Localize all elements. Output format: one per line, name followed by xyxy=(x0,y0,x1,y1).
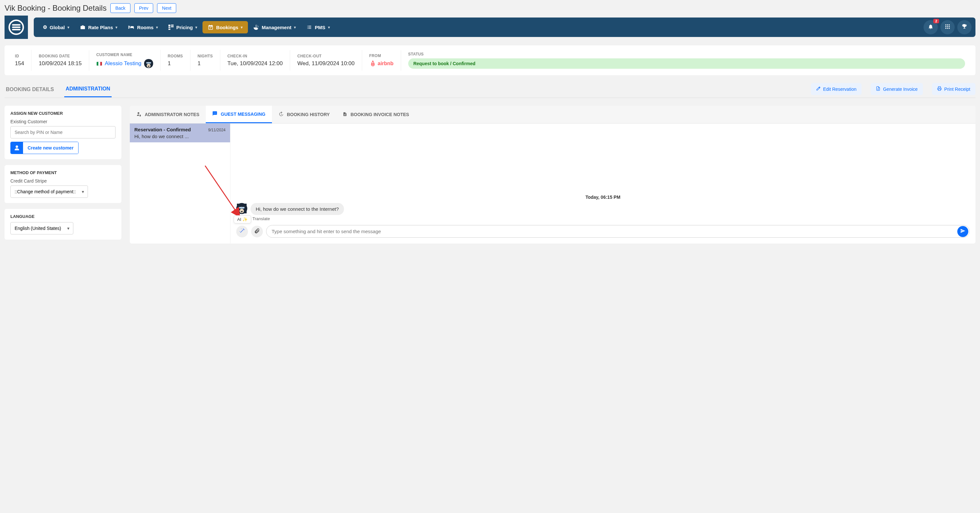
summary-label: ROOMS xyxy=(168,54,183,58)
thread-list: Reservation - Confirmed 9/11/2024 Hi, ho… xyxy=(130,124,231,243)
nav-label: Bookings xyxy=(216,25,238,30)
existing-customer-label: Existing Customer xyxy=(10,119,116,124)
nav-label: Pricing xyxy=(176,25,193,30)
summary-label: STATUS xyxy=(408,52,965,56)
summary-from: FROM airbnb xyxy=(362,50,401,71)
page-title: Vik Booking - Booking Details xyxy=(5,3,107,13)
generate-invoice-button[interactable]: Generate Invoice xyxy=(871,83,923,95)
payment-method-panel: METHOD OF PAYMENT Credit Card Stripe ::C… xyxy=(5,165,121,203)
send-button[interactable] xyxy=(957,226,968,237)
tab-booking-details[interactable]: BOOKING DETAILS xyxy=(5,84,55,97)
edit-reservation-button[interactable]: Edit Reservation xyxy=(811,83,862,95)
bell-icon xyxy=(928,24,934,31)
panel-title: ASSIGN NEW CUSTOMER xyxy=(10,111,116,116)
nav-pricing[interactable]: Pricing ▾ xyxy=(163,21,202,33)
printer-icon xyxy=(937,86,942,92)
message-input[interactable] xyxy=(266,225,970,238)
svg-point-16 xyxy=(147,64,151,68)
chevron-down-icon: ▾ xyxy=(156,25,158,30)
tab-booking-history[interactable]: BOOKING HISTORY xyxy=(272,106,336,123)
translate-link[interactable]: Translate xyxy=(253,216,970,221)
summary-label: CHECK-OUT xyxy=(297,54,354,58)
chat-message-row: Hi, how do we connect to the Internet? xyxy=(236,203,970,215)
button-label: Print Receipt xyxy=(944,87,970,92)
summary-checkin: CHECK-IN Tue, 10/09/2024 12:00 xyxy=(220,50,290,71)
tab-guest-messaging[interactable]: GUEST MESSAGING xyxy=(206,106,272,123)
messaging-body: Reservation - Confirmed 9/11/2024 Hi, ho… xyxy=(130,124,975,243)
nav-label: Global xyxy=(50,25,65,30)
summary-value: 154 xyxy=(15,60,24,67)
payment-method-select[interactable]: ::Change method of payment:: xyxy=(10,186,88,198)
gears-icon: ⚙ xyxy=(43,24,47,30)
button-label: Create new customer xyxy=(23,142,78,154)
apps-grid-button[interactable] xyxy=(940,20,955,34)
summary-label: BOOKING DATE xyxy=(39,54,81,58)
panel-title: LANGUAGE xyxy=(10,214,116,219)
notifications-button[interactable]: 2 xyxy=(924,20,938,34)
chat-area: Today, 06:15 PM Hi, how do we connect to… xyxy=(231,124,975,243)
grid-icon xyxy=(169,25,173,30)
summary-value: Wed, 11/09/2024 10:00 xyxy=(297,60,354,67)
summary-label: FROM xyxy=(369,54,394,58)
next-button[interactable]: Next xyxy=(157,3,176,13)
tab-admin-notes[interactable]: ADMINISTRATOR NOTES xyxy=(130,106,206,123)
svg-point-25 xyxy=(242,206,242,207)
svg-rect-3 xyxy=(171,26,173,27)
svg-point-20 xyxy=(372,64,374,65)
main-nav-row: ⚙ Global ▾ Rate Plans ▾ Rooms ▾ Pricing … xyxy=(0,16,980,39)
guest-avatar-icon xyxy=(236,203,247,214)
print-receipt-button[interactable]: Print Receipt xyxy=(932,83,975,95)
back-button[interactable]: Back xyxy=(110,3,130,13)
summary-booking-date: BOOKING DATE 10/09/2024 18:15 xyxy=(32,50,89,71)
svg-rect-13 xyxy=(947,27,948,29)
nav-label: PMS xyxy=(315,25,326,30)
nav-management[interactable]: Management ▾ xyxy=(248,21,301,33)
summary-value: 1 xyxy=(197,60,213,67)
svg-rect-6 xyxy=(945,24,946,25)
file-lines-icon xyxy=(343,111,347,118)
svg-point-24 xyxy=(240,207,241,208)
prev-button[interactable]: Prev xyxy=(134,3,153,13)
tab-label: BOOKING INVOICE NOTES xyxy=(350,112,409,117)
nav-global[interactable]: ⚙ Global ▾ xyxy=(38,21,75,33)
thread-item[interactable]: Reservation - Confirmed 9/11/2024 Hi, ho… xyxy=(130,124,230,142)
tab-label: GUEST MESSAGING xyxy=(221,111,266,117)
tab-invoice-notes[interactable]: BOOKING INVOICE NOTES xyxy=(336,106,415,123)
chevron-down-icon: ▾ xyxy=(116,25,118,30)
summary-label: NIGHTS xyxy=(197,54,213,58)
pencil-icon xyxy=(816,86,821,92)
side-column: ASSIGN NEW CUSTOMER Existing Customer Cr… xyxy=(5,106,121,240)
trophy-button[interactable] xyxy=(957,20,972,34)
svg-rect-14 xyxy=(949,27,950,29)
svg-rect-9 xyxy=(945,26,946,27)
ai-tooltip: AI ✨ xyxy=(234,215,251,224)
nav-bookings[interactable]: Bookings ▾ xyxy=(202,21,248,33)
chat-time-separator: Today, 06:15 PM xyxy=(236,195,970,200)
customer-name-link[interactable]: Alessio Testing xyxy=(105,60,142,67)
tab-label: ADMINISTRATOR NOTES xyxy=(145,112,199,117)
brand-logo[interactable] xyxy=(5,16,28,39)
main-nav: ⚙ Global ▾ Rate Plans ▾ Rooms ▾ Pricing … xyxy=(34,17,975,37)
channel-name: airbnb xyxy=(378,60,394,67)
language-select[interactable]: English (United States) xyxy=(10,222,73,235)
svg-point-18 xyxy=(148,62,149,62)
history-icon xyxy=(278,111,284,118)
nav-label: Management xyxy=(262,25,291,30)
nav-label: Rate Plans xyxy=(88,25,113,30)
ai-magic-button[interactable] xyxy=(236,226,248,237)
tab-administration[interactable]: ADMINISTRATION xyxy=(64,83,111,97)
attach-button[interactable] xyxy=(251,226,263,237)
svg-rect-5 xyxy=(169,29,170,30)
airbnb-logo: airbnb xyxy=(369,60,394,67)
svg-rect-2 xyxy=(171,25,173,25)
chat-icon xyxy=(212,111,217,117)
nav-rate-plans[interactable]: Rate Plans ▾ xyxy=(75,21,123,33)
create-customer-button[interactable]: Create new customer xyxy=(10,142,78,154)
search-customer-input[interactable] xyxy=(10,126,116,138)
svg-rect-8 xyxy=(949,24,950,25)
summary-nights: NIGHTS 1 xyxy=(191,50,220,71)
nav-label: Rooms xyxy=(137,25,153,30)
chevron-down-icon: ▾ xyxy=(294,25,296,30)
nav-pms[interactable]: PMS ▾ xyxy=(301,21,335,33)
nav-rooms[interactable]: Rooms ▾ xyxy=(123,21,163,33)
